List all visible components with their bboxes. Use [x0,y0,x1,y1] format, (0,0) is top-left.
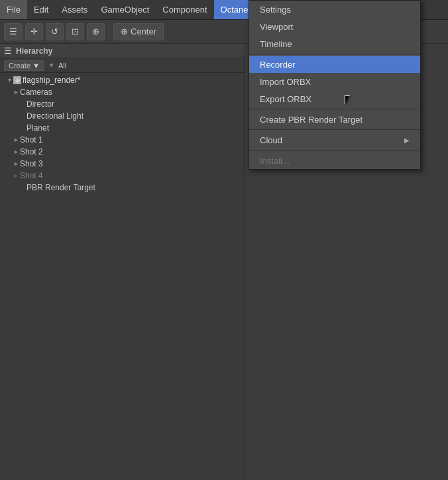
menu-gameobject[interactable]: GameObject [94,0,156,19]
hierarchy-panel: ☰ Hierarchy Create ▼ ✦ All ◈ flagship_re… [0,44,245,480]
hierarchy-toolbar: Create ▼ ✦ All [0,58,245,73]
item-label: Cameras [20,88,52,97]
search-all-text: All [58,62,66,70]
create-button[interactable]: Create ▼ [4,60,44,71]
expand-icon[interactable] [13,172,20,179]
list-item[interactable]: Shot 2 [0,146,245,158]
menu-file[interactable]: File [0,0,27,19]
list-item[interactable]: Shot 4 [0,170,245,182]
hierarchy-items: ◈ flagship_render* Cameras Director Dire… [0,73,245,195]
expand-icon[interactable] [13,160,20,167]
menu-item-cloud[interactable]: Cloud ▶ [249,131,420,149]
item-label: Planet [27,123,49,133]
create-label: Create [9,62,30,70]
recorder-label: Recorder [260,60,295,70]
expand-icon[interactable] [13,89,20,95]
hierarchy-header: ☰ Hierarchy [0,44,245,58]
settings-label: Settings [260,5,291,15]
expand-icon[interactable] [13,149,20,155]
install-label: Install... [260,156,290,166]
item-label: flagship_render* [23,76,80,85]
menu-assets[interactable]: Assets [55,0,94,19]
submenu-arrow-icon: ▶ [404,137,410,144]
scale-tool-button[interactable]: ⊡ [66,23,84,40]
menu-item-recorder[interactable]: Recorder [249,56,420,73]
export-orbx-label: Export ORBX [260,94,311,104]
separator-2 [249,109,420,109]
menu-item-import-orbx[interactable]: Import ORBX [249,73,420,90]
viewport-label: Viewport [260,22,293,32]
pivot-icon: ⊕ [121,27,128,36]
create-pbr-label: Create PBR Render Target [260,115,363,125]
separator-1 [249,54,420,54]
list-item[interactable]: Directional Light [0,110,245,122]
octane-dropdown-menu: Settings Viewport Timeline Recorder Impo… [249,0,421,170]
item-label: Directional Light [27,111,84,121]
item-label: Director [27,99,54,109]
center-label: Center [131,27,156,36]
hand-tool-button[interactable]: ☰ [4,23,23,40]
separator-4 [249,150,420,150]
list-item[interactable]: Planet [0,122,245,134]
expand-icon[interactable] [13,137,20,143]
import-orbx-label: Import ORBX [260,77,311,87]
timeline-label: Timeline [260,39,292,49]
menu-item-create-pbr[interactable]: Create PBR Render Target [249,111,420,128]
list-item[interactable]: PBR Render Target [0,182,245,194]
hierarchy-title: Hierarchy [16,46,52,56]
menu-item-viewport[interactable]: Viewport [249,18,420,35]
menu-item-install: Install... [249,152,420,169]
separator-3 [249,129,420,130]
menu-item-timeline[interactable]: Timeline [249,35,420,52]
search-label: ✦ [48,61,54,70]
item-label: Shot 1 [20,135,43,145]
item-label: Shot 3 [20,159,43,168]
create-arrow-icon: ▼ [32,62,40,70]
rotate-tool-button[interactable]: ↺ [46,23,64,40]
list-item[interactable]: Cameras [0,86,245,98]
menu-edit[interactable]: Edit [27,0,55,19]
item-label: Shot 2 [20,147,43,156]
menu-item-export-orbx[interactable]: Export ORBX [249,90,420,107]
list-item[interactable]: ◈ flagship_render* [0,74,245,86]
expand-icon[interactable] [7,77,13,84]
center-button[interactable]: ⊕ Center [113,23,164,40]
rect-tool-button[interactable]: ⊕ [87,23,105,40]
menu-component[interactable]: Component [156,0,213,19]
scene-icon: ◈ [13,76,21,84]
list-item[interactable]: Shot 1 [0,134,245,146]
move-tool-button[interactable]: ✛ [25,23,43,40]
toolbar-separator-1 [109,25,109,39]
cloud-label: Cloud [260,135,282,145]
hierarchy-icon: ☰ [4,46,12,56]
item-label: PBR Render Target [27,183,95,192]
menu-item-settings[interactable]: Settings [249,1,420,18]
list-item[interactable]: Director [0,98,245,110]
item-label: Shot 4 [20,171,43,180]
list-item[interactable]: Shot 3 [0,158,245,170]
